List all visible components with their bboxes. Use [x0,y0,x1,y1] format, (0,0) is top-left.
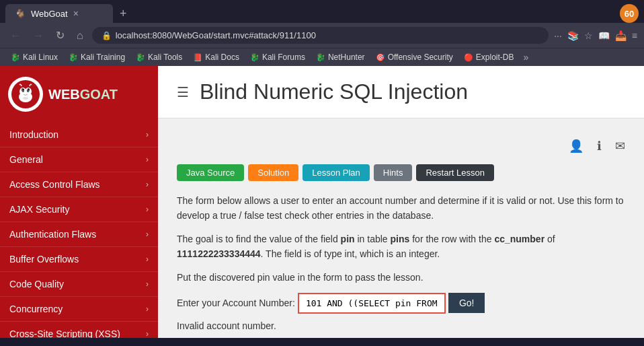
bookmark-offensive-security-label: Offensive Security [388,53,453,62]
sidebar-item-concurrency[interactable]: Concurrency › [0,297,158,322]
sidebar-item-buffer-overflows-label: Buffer Overflows [9,254,79,265]
mail-icon[interactable]: ✉ [615,139,625,153]
sidebar-item-authentication-flaws[interactable]: Authentication Flaws › [0,222,158,247]
logo-text: WEBGOAT [48,87,118,102]
bookmark-kali-training-label: Kali Training [81,53,125,62]
offensive-security-icon: 🎯 [376,53,385,62]
bookmark-kali-forums-label: Kali Forums [262,53,305,62]
sidebar-item-introduction-label: Introduction [9,129,58,140]
bookmark-kali-tools[interactable]: 🐉 Kali Tools [132,51,186,63]
sidebar-item-ajax-security[interactable]: AJAX Security › [0,197,158,222]
bookmark-kali-linux[interactable]: 🐉 Kali Linux [7,51,62,63]
logo-circle [8,77,43,112]
sidebar-item-authentication-flaws-label: Authentication Flaws [9,229,96,240]
kali-forums-icon: 🐉 [250,53,259,62]
info-icon[interactable]: ℹ [597,139,602,153]
sidebar-item-access-control-flaws-label: Access Control Flaws [9,179,100,190]
logo-svg [11,79,40,109]
chevron-right-icon: › [146,180,149,189]
menu-button[interactable]: ≡ [632,30,637,41]
nav-actions: ··· 📚 ☆ 📖 📥 ≡ [554,30,637,41]
bookmark-manager-icon[interactable]: 📚 [567,30,579,41]
goal-prefix: The goal is to find the value of the fie… [177,234,341,244]
hamburger-button[interactable]: ☰ [177,84,189,100]
sidebar-item-introduction[interactable]: Introduction › [0,123,158,147]
account-number-input[interactable] [298,293,446,314]
sidebar-item-cross-site-scripting[interactable]: Cross-Site Scripting (XSS) › [0,322,158,338]
sidebar-item-xss-label: Cross-Site Scripting (XSS) [9,328,120,338]
tab-bar: 🐐 WebGoat × + 60 [0,0,644,23]
bookmarks-bar: 🐉 Kali Linux 🐉 Kali Training 🐉 Kali Tool… [0,48,644,66]
nethunter-icon: 🐉 [316,53,325,62]
goal-mid: in table [355,234,391,244]
home-button[interactable]: ⌂ [73,28,87,43]
sidebar-item-concurrency-label: Concurrency [9,304,63,314]
chevron-right-icon: › [146,205,149,214]
tab-title: WebGoat [31,9,68,19]
put-pin-paragraph: Put the discovered pin value in the form… [177,270,625,285]
svg-point-8 [23,97,28,100]
pocket-icon[interactable]: 📥 [615,30,627,41]
browser-window: 🐐 WebGoat × + 60 ← → ↻ ⌂ 🔒 localhost:808… [0,0,644,66]
bookmark-nethunter[interactable]: 🐉 NetHunter [312,51,369,63]
sidebar-menu: Introduction › General › Access Control … [0,123,158,338]
nav-bar: ← → ↻ ⌂ 🔒 localhost:8080/WebGoat/start.m… [0,23,644,48]
forward-button[interactable]: → [30,28,47,43]
bookmark-kali-forums[interactable]: 🐉 Kali Forums [246,51,309,63]
solution-button[interactable]: Solution [248,164,298,181]
bookmark-exploit-db-label: Exploit-DB [476,53,514,62]
bookmark-kali-training[interactable]: 🐉 Kali Training [65,51,129,63]
intro-paragraph-text: The form below allows a user to enter an… [177,195,624,221]
exploit-db-icon: 🔴 [464,53,473,62]
cc-number-label: cc_number [494,234,545,244]
svg-point-7 [28,89,30,90]
chevron-right-icon: › [146,155,149,164]
active-tab[interactable]: 🐐 WebGoat × [5,4,113,23]
go-button[interactable]: Go! [448,293,485,313]
goal-value: of [545,234,555,244]
page-title: Blind Numeric SQL Injection [200,79,468,104]
tab-close-button[interactable]: × [73,8,79,19]
reader-view-icon[interactable]: 📖 [598,30,610,41]
lesson-plan-button[interactable]: Lesson Plan [303,164,370,181]
table-name: pins [391,234,410,244]
chevron-right-icon: › [146,254,149,264]
chevron-right-icon: › [146,329,149,338]
bookmark-star-icon[interactable]: ☆ [584,30,593,41]
bookmark-kali-tools-label: Kali Tools [148,53,182,62]
address-text: localhost:8080/WebGoat/start.mvc#attack/… [116,30,316,40]
new-tab-button[interactable]: + [116,7,131,21]
page-header: ☰ Blind Numeric SQL Injection [158,66,644,118]
chevron-right-icon: › [146,230,149,239]
sidebar-logo: WEBGOAT [0,66,158,123]
invalid-message: Invalid account number. [177,320,625,331]
user-icon[interactable]: 👤 [569,139,583,153]
java-source-button[interactable]: Java Source [177,164,244,181]
bookmark-exploit-db[interactable]: 🔴 Exploit-DB [460,51,518,63]
bookmark-kali-docs[interactable]: 📕 Kali Docs [189,51,243,63]
sidebar-item-code-quality[interactable]: Code Quality › [0,272,158,297]
action-buttons: Java Source Solution Lesson Plan Hints R… [177,164,625,181]
hints-button[interactable]: Hints [374,164,413,181]
back-button[interactable]: ← [7,28,24,43]
sidebar-item-general[interactable]: General › [0,147,158,172]
sidebar: WEBGOAT Introduction › General › Access … [0,66,158,338]
field-name: pin [341,234,355,244]
goal-rest: for the row with the [409,234,494,244]
lesson-icons: 👤 ℹ ✉ [177,132,625,164]
restart-lesson-button[interactable]: Restart Lesson [416,164,493,181]
kali-docs-icon: 📕 [193,53,202,62]
bookmark-offensive-security[interactable]: 🎯 Offensive Security [372,51,457,63]
lesson-body: 👤 ℹ ✉ Java Source Solution Lesson Plan H… [158,118,644,338]
sidebar-item-access-control-flaws[interactable]: Access Control Flaws › [0,172,158,197]
goal-paragraph: The goal is to find the value of the fie… [177,232,625,262]
kali-tools-icon: 🐉 [136,53,145,62]
bookmark-nethunter-label: NetHunter [328,53,365,62]
sidebar-item-buffer-overflows[interactable]: Buffer Overflows › [0,247,158,272]
form-label: Enter your Account Number: [177,298,295,308]
kali-linux-icon: 🐉 [11,53,20,62]
more-bookmarks-button[interactable]: » [520,52,531,63]
more-button[interactable]: ··· [554,30,562,41]
address-bar[interactable]: 🔒 localhost:8080/WebGoat/start.mvc#attac… [92,27,549,44]
reload-button[interactable]: ↻ [52,28,68,43]
